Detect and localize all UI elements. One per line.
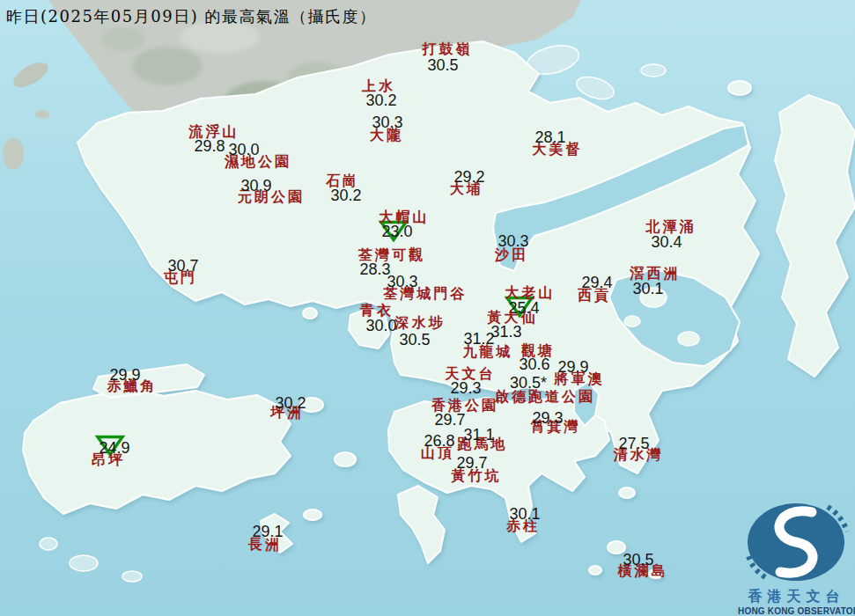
station-temperature: 29.1	[252, 523, 283, 541]
hko-logo-icon	[741, 502, 851, 583]
station-temperature: 30.1	[509, 505, 540, 524]
station-temperature: 30.5	[427, 56, 458, 75]
station-temperature: 30.2	[365, 92, 396, 110]
station-temperature: 28.3	[359, 260, 390, 279]
station-temperature: 23.0	[381, 223, 412, 241]
station-temperature: 31.3	[490, 323, 521, 341]
station-temperature: 30.3	[387, 273, 417, 291]
station-temperature: 31.2	[463, 330, 494, 348]
station-name: 深水埗	[395, 314, 446, 333]
station-temperature: 31.1	[463, 426, 494, 444]
weather-map-page: 昨日(2025年05月09日) 的最高氣溫（攝氏度） 打鼓嶺30.5上水30.2…	[0, 0, 855, 616]
station-temperature: 27.5	[618, 435, 649, 453]
station-temperature: 30.3	[372, 114, 402, 132]
station-temperature: 29.3	[532, 409, 563, 428]
station-temperature: 30.5	[623, 551, 653, 569]
station-temperature: 29.8	[194, 137, 225, 156]
station-temperature: 29.9	[557, 358, 588, 377]
station-temperature: 29.2	[453, 168, 484, 187]
station-temperature: 29.9	[109, 366, 140, 385]
station-temperature: 29.7	[434, 411, 465, 429]
station-temperature: 29.7	[456, 454, 487, 473]
station-temperature: 29.4	[581, 274, 612, 292]
station-temperature: 30.5*	[510, 374, 547, 392]
station-temperature: 30.0	[228, 141, 259, 159]
station-temperature: 30.5	[399, 331, 430, 349]
hko-logo: 香港天文台 HONG KONG OBSERVATORY	[738, 502, 855, 616]
station-temperature: 30.1	[632, 280, 663, 298]
station-temperature: 26.8	[424, 432, 454, 451]
station-temperature: 28.1	[534, 128, 565, 147]
station-temperature: 29.3	[450, 379, 481, 398]
stations-layer: 打鼓嶺30.5上水30.2大隴30.3流浮山29.8濕地公園30.0元朗公園30…	[0, 0, 855, 616]
station-temperature: 30.6	[519, 356, 549, 374]
station-temperature: 30.9	[240, 177, 271, 195]
hko-logo-chinese-text: 香港天文台	[738, 588, 855, 606]
station-temperature: 30.2	[275, 394, 306, 413]
station-temperature: 30.7	[167, 257, 198, 275]
hko-logo-english-text: HONG KONG OBSERVATORY	[738, 606, 855, 616]
station-temperature: 30.0	[365, 317, 396, 335]
station-temperature: 24.9	[99, 439, 129, 458]
station-temperature: 30.2	[330, 187, 361, 205]
station-temperature: 30.4	[651, 233, 682, 252]
station-temperature: 30.3	[498, 232, 528, 251]
